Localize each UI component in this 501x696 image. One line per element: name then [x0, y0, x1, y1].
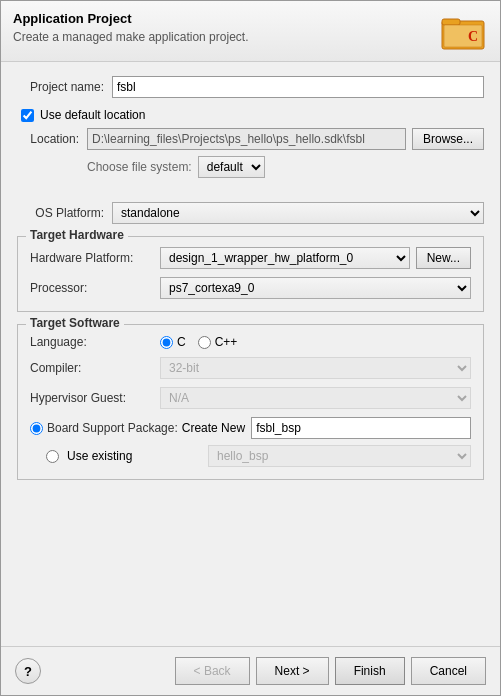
dialog-header: Application Project Create a managed mak…	[1, 1, 500, 62]
language-row: Language: C C++	[30, 335, 471, 349]
create-new-label: Create New	[182, 421, 245, 435]
footer-right: < Back Next > Finish Cancel	[175, 657, 486, 685]
bsp-create-row: Board Support Package: Create New	[30, 417, 471, 439]
use-default-location-row: Use default location	[21, 108, 484, 122]
processor-row: Processor: ps7_cortexa9_0	[30, 277, 471, 299]
folder-icon: C	[440, 11, 488, 53]
os-platform-label: OS Platform:	[17, 206, 112, 220]
bsp-create-new-radio[interactable]	[30, 422, 43, 435]
language-c-option[interactable]: C	[160, 335, 186, 349]
footer-left: ?	[15, 658, 41, 684]
bsp-create-new-option[interactable]: Board Support Package:	[30, 421, 182, 435]
help-button[interactable]: ?	[15, 658, 41, 684]
next-button[interactable]: Next >	[256, 657, 329, 685]
target-hardware-title: Target Hardware	[26, 228, 128, 242]
svg-rect-1	[442, 19, 460, 25]
os-platform-select[interactable]: standalone	[112, 202, 484, 224]
header-text: Application Project Create a managed mak…	[13, 11, 248, 44]
language-cpp-radio[interactable]	[198, 336, 211, 349]
filesystem-row: Choose file system: default	[87, 156, 484, 178]
use-existing-label: Use existing	[67, 449, 132, 463]
project-name-row: Project name:	[17, 76, 484, 98]
cancel-button[interactable]: Cancel	[411, 657, 486, 685]
browse-button[interactable]: Browse...	[412, 128, 484, 150]
back-button[interactable]: < Back	[175, 657, 250, 685]
project-name-label: Project name:	[17, 80, 112, 94]
hypervisor-row: Hypervisor Guest: N/A	[30, 387, 471, 409]
processor-label: Processor:	[30, 281, 160, 295]
use-default-location-checkbox[interactable]	[21, 109, 34, 122]
filesystem-select[interactable]: default	[198, 156, 265, 178]
language-c-radio[interactable]	[160, 336, 173, 349]
target-software-group: Target Software Language: C C++ Com	[17, 324, 484, 480]
target-software-title: Target Software	[26, 316, 124, 330]
compiler-row: Compiler: 32-bit	[30, 357, 471, 379]
filesystem-label: Choose file system:	[87, 160, 192, 174]
bsp-use-existing-radio[interactable]	[46, 450, 59, 463]
hardware-new-button[interactable]: New...	[416, 247, 471, 269]
language-cpp-label: C++	[215, 335, 238, 349]
bsp-existing-select[interactable]: hello_bsp	[208, 445, 471, 467]
compiler-select: 32-bit	[160, 357, 471, 379]
language-c-label: C	[177, 335, 186, 349]
dialog-content: Project name: Use default location Locat…	[1, 62, 500, 646]
finish-button[interactable]: Finish	[335, 657, 405, 685]
hardware-platform-row: Hardware Platform: design_1_wrapper_hw_p…	[30, 247, 471, 269]
hypervisor-select: N/A	[160, 387, 471, 409]
svg-text:C: C	[468, 29, 478, 44]
hypervisor-label: Hypervisor Guest:	[30, 391, 160, 405]
location-row: Location: Browse...	[17, 128, 484, 150]
language-radio-group: C C++	[160, 335, 237, 349]
bsp-existing-row: Use existing hello_bsp	[30, 445, 471, 467]
language-cpp-option[interactable]: C++	[198, 335, 238, 349]
bsp-label: Board Support Package:	[47, 421, 178, 435]
compiler-label: Compiler:	[30, 361, 160, 375]
language-label: Language:	[30, 335, 160, 349]
hardware-platform-select[interactable]: design_1_wrapper_hw_platform_0	[160, 247, 410, 269]
dialog-footer: ? < Back Next > Finish Cancel	[1, 646, 500, 695]
use-default-location-label: Use default location	[40, 108, 145, 122]
processor-select[interactable]: ps7_cortexa9_0	[160, 277, 471, 299]
location-label: Location:	[17, 132, 87, 146]
bsp-use-existing-option[interactable]: Use existing	[30, 449, 208, 463]
bsp-create-new-input[interactable]	[251, 417, 471, 439]
dialog-title: Application Project	[13, 11, 248, 26]
hardware-platform-label: Hardware Platform:	[30, 251, 160, 265]
dialog-subtitle: Create a managed make application projec…	[13, 30, 248, 44]
os-platform-row: OS Platform: standalone	[17, 202, 484, 224]
application-project-dialog: Application Project Create a managed mak…	[0, 0, 501, 696]
location-input[interactable]	[87, 128, 406, 150]
project-name-input[interactable]	[112, 76, 484, 98]
target-hardware-group: Target Hardware Hardware Platform: desig…	[17, 236, 484, 312]
